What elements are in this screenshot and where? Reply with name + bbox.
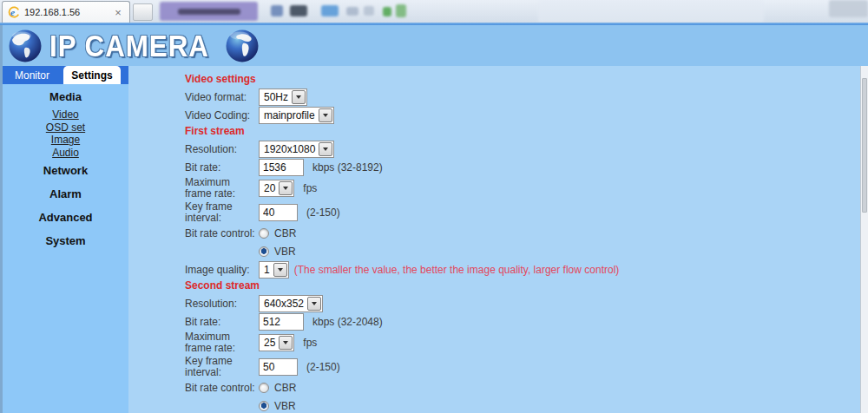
video-settings-form: Video settings Video format: 50Hz Video … [128,66,860,413]
selected-value: 50Hz [260,91,291,103]
video-coding-select[interactable]: mainprofile [259,107,334,124]
max-frame-rate-row: Maximum frame rate: 25 fps [185,331,860,354]
max-frame-rate-select-1[interactable]: 20 [259,180,294,197]
chevron-down-icon[interactable] [319,142,332,156]
sidebar-tabstrip: Monitor Settings [3,66,128,84]
vbr-radio-1[interactable] [259,246,269,257]
bit-rate-row: Bit rate: kbps (32-2048) [185,313,860,331]
scrollbar[interactable] [860,66,868,413]
field-label: Key frame interval: [185,356,259,378]
sidebar-item-image[interactable]: Image [3,134,128,147]
resolution-select-2[interactable]: 640x352 [259,295,323,312]
key-frame-interval-row: Key frame interval: (2-150) [185,356,860,378]
image-quality-row: Image quality: 1 (The smaller the value,… [185,261,860,279]
video-format-row: Video format: 50Hz [185,88,860,106]
tab-monitor[interactable]: Monitor [3,66,62,84]
bit-rate-input-1[interactable] [259,159,304,176]
radio-label: VBR [274,246,296,258]
field-label: Maximum frame rate: [185,177,259,200]
sidebar-item-system[interactable]: System [3,229,128,247]
max-frame-rate-select-2[interactable]: 25 [259,334,294,351]
section-heading-second-stream: Second stream [185,279,860,292]
browser-chrome: e 192.168.1.56 × [0,0,868,23]
scrollbar-thumb[interactable] [862,78,867,213]
chevron-down-icon[interactable] [273,263,287,277]
chevron-down-icon[interactable] [279,336,293,350]
screen: e 192.168.1.56 × [0,0,868,413]
video-coding-row: Video Coding: mainprofile [185,107,860,124]
key-frame-interval-input-2[interactable] [259,358,298,376]
sidebar: Monitor Settings Media Video OSD set Ima… [3,66,128,413]
radio-label: CBR [274,382,296,394]
cbr-radio-2[interactable] [259,383,269,393]
field-label: Resolution: [185,298,259,310]
section-heading-video-settings: Video settings [185,73,860,86]
selected-value: 1920x1080 [260,143,318,155]
selected-value: mainprofile [260,109,318,121]
new-tab-button[interactable] [133,3,153,21]
field-suffix: (2-150) [306,206,340,219]
svg-text:e: e [10,7,15,17]
sidebar-item-alarm[interactable]: Alarm [3,182,128,200]
tab-settings[interactable]: Settings [63,66,121,84]
field-label: Video Coding: [185,110,259,121]
resolution-row: Resolution: 1920x1080 [185,141,860,158]
camera-web-page: IP CAMERA Monitor Settings Media Video O… [0,25,868,413]
blurred-window-corner [829,0,868,17]
image-quality-note: (The smaller the value, the better the i… [294,264,620,276]
video-format-select[interactable]: 50Hz [259,88,307,106]
close-icon[interactable]: × [112,6,124,19]
blurred-icon [290,5,307,16]
cbr-radio-1[interactable] [259,228,269,239]
blurred-icon [383,7,391,16]
tab-title: 192.168.1.56 [24,7,108,17]
chevron-down-icon[interactable] [307,297,321,311]
image-quality-select-1[interactable]: 1 [259,261,289,279]
section-heading-first-stream: First stream [185,125,860,138]
field-suffix: fps [303,182,317,194]
phone-icon [271,5,283,16]
sidebar-item-advanced[interactable]: Advanced [3,206,128,224]
field-label: Bit rate control: [185,383,259,394]
globe-icon [225,29,260,63]
selected-value: 1 [260,264,273,276]
field-label: Key frame interval: [185,201,259,224]
resolution-row: Resolution: 640x352 [185,295,860,312]
blurred-highlight [538,0,764,23]
blurred-text-blob [178,9,240,15]
field-suffix: kbps (32-8192) [312,161,383,174]
browser-tab[interactable]: e 192.168.1.56 × [2,1,130,23]
radio-label: VBR [274,400,296,412]
bit-rate-control-row: Bit rate control: CBR [185,225,860,242]
vbr-radio-2[interactable] [259,401,269,411]
selected-value: 20 [260,182,278,194]
selected-value: 25 [260,337,278,349]
field-suffix: fps [303,337,317,349]
resolution-select-1[interactable]: 1920x1080 [259,141,334,158]
field-suffix: kbps (32-2048) [312,316,383,328]
folder-icon [321,5,339,16]
key-frame-interval-input-1[interactable] [259,204,298,221]
page-title: IP CAMERA [49,28,209,63]
bit-rate-control-row: Bit rate control: CBR [185,379,860,397]
sidebar-item-network[interactable]: Network [3,159,128,177]
field-suffix: (2-150) [306,361,340,373]
field-label: Maximum frame rate: [185,331,259,354]
field-label: Bit rate: [185,162,259,174]
bit-rate-input-2[interactable] [259,313,304,331]
max-frame-rate-row: Maximum frame rate: 20 fps [185,177,860,200]
sidebar-item-video[interactable]: Video [3,108,128,121]
page-header: IP CAMERA [3,25,868,66]
field-label: Bit rate control: [185,228,259,239]
chevron-down-icon[interactable] [292,90,306,104]
chevron-down-icon[interactable] [319,108,332,122]
radio-label: CBR [274,227,296,239]
blurred-icon [396,4,406,17]
field-label: Resolution: [185,144,259,155]
ie-icon: e [8,6,20,18]
sidebar-item-media[interactable]: Media [3,90,128,103]
sidebar-item-osd-set[interactable]: OSD set [3,121,128,134]
chevron-down-icon[interactable] [279,181,293,195]
sidebar-item-audio[interactable]: Audio [3,147,128,160]
blurred-icon [364,6,374,16]
